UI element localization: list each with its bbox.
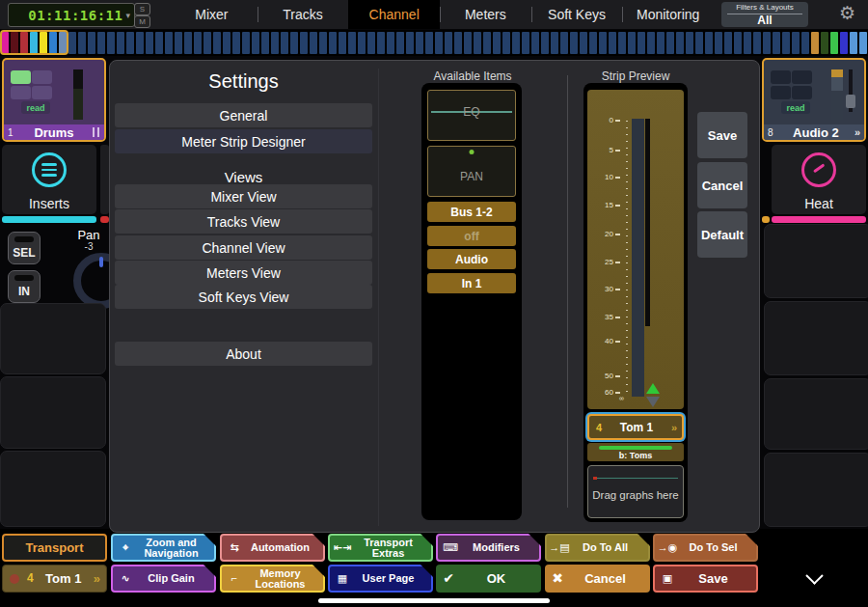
channel-mini-button[interactable] <box>792 86 812 99</box>
track-color-block[interactable] <box>695 32 703 54</box>
softkey-transport-extras[interactable]: ⇤⇥ Transport Extras <box>328 534 433 562</box>
softkey-automation[interactable]: ⇆ Automation <box>220 534 325 562</box>
softkey-clip-gain[interactable]: ∿ Clip Gain <box>111 565 216 593</box>
track-color-block[interactable] <box>213 32 221 54</box>
track-color-block[interactable] <box>589 32 597 54</box>
track-color-block[interactable] <box>59 32 67 54</box>
sel-button[interactable]: SEL <box>8 232 41 264</box>
channel-label-bar[interactable]: 1 Drums <box>4 124 104 140</box>
fader-slot-bar[interactable] <box>645 119 650 326</box>
track-color-block[interactable] <box>792 32 800 54</box>
track-color-block[interactable] <box>367 32 375 54</box>
track-color-block[interactable] <box>49 32 57 54</box>
track-color-block[interactable] <box>310 32 317 54</box>
softkey-zoom-navigation[interactable]: ⌖ Zoom and Navigation <box>111 534 216 562</box>
track-color-block[interactable] <box>406 32 414 54</box>
settings-item-meter-strip-designer[interactable]: Meter Strip Designer <box>115 129 372 153</box>
available-item-off[interactable]: off <box>427 226 516 246</box>
channel-mini-button[interactable] <box>11 86 31 99</box>
track-color-block[interactable] <box>705 32 713 54</box>
track-color-block[interactable] <box>319 32 327 54</box>
channel-card-audio2[interactable]: read 8 Audio 2 » <box>762 58 866 142</box>
softkey-memory-locations[interactable]: ⌐ Memory Locations <box>220 565 325 593</box>
settings-item-mixer-view[interactable]: Mixer View <box>115 184 372 208</box>
track-color-block[interactable] <box>801 32 809 54</box>
track-color-block[interactable] <box>261 32 269 54</box>
track-color-block[interactable] <box>474 32 481 54</box>
track-color-block[interactable] <box>232 32 240 54</box>
channel-mini-button[interactable] <box>32 86 52 99</box>
track-color-block[interactable] <box>541 32 549 54</box>
track-color-block[interactable] <box>483 32 491 54</box>
track-color-strip[interactable] <box>0 30 868 56</box>
track-color-block[interactable] <box>290 32 298 54</box>
track-color-block[interactable] <box>40 32 47 54</box>
tab-soft-keys[interactable]: Soft Keys <box>531 0 623 29</box>
track-color-block[interactable] <box>358 32 366 54</box>
track-color-block[interactable] <box>724 32 732 54</box>
softkey-track-tom1[interactable]: 4 Tom 1 » <box>2 565 107 593</box>
track-color-block[interactable] <box>551 32 558 54</box>
softkey-save[interactable]: ▣ Save <box>653 565 758 593</box>
track-color-block[interactable] <box>522 32 529 54</box>
nudge-down-icon[interactable] <box>646 397 660 407</box>
filters-layouts-button[interactable]: Filters & Layouts All <box>721 2 808 27</box>
softkey-transport[interactable]: Transport <box>2 534 107 562</box>
track-color-block[interactable] <box>387 32 394 54</box>
available-item-eq-graph[interactable]: EQ <box>427 90 516 141</box>
track-color-block[interactable] <box>637 32 645 54</box>
track-color-block[interactable] <box>618 32 626 54</box>
track-color-block[interactable] <box>628 32 636 54</box>
track-color-block[interactable] <box>560 32 568 54</box>
track-color-block[interactable] <box>435 32 443 54</box>
track-color-block[interactable] <box>165 32 173 54</box>
save-button[interactable]: Save <box>697 112 747 158</box>
track-color-block[interactable] <box>609 32 616 54</box>
channel-mini-button[interactable] <box>771 86 791 99</box>
timecode-display[interactable]: 01:11:16:11 ▾ <box>8 3 135 27</box>
track-color-block[interactable] <box>599 32 607 54</box>
automation-read-button[interactable]: read <box>21 101 50 114</box>
nudge-up-icon[interactable] <box>646 383 660 394</box>
track-color-block[interactable] <box>146 32 153 54</box>
track-color-block[interactable] <box>252 32 259 54</box>
track-color-block[interactable] <box>666 32 674 54</box>
solo-button[interactable]: S <box>134 3 150 15</box>
track-color-block[interactable] <box>1 32 9 54</box>
track-color-block[interactable] <box>329 32 337 54</box>
track-color-block[interactable] <box>753 32 761 54</box>
track-color-block[interactable] <box>657 32 665 54</box>
track-color-block[interactable] <box>194 32 202 54</box>
tab-mixer[interactable]: Mixer <box>166 0 258 29</box>
track-color-block[interactable] <box>20 32 28 54</box>
softkey-do-to-all[interactable]: →▤ Do To All <box>545 534 650 562</box>
channel-card-drums[interactable]: read 1 Drums <box>2 58 106 142</box>
default-button[interactable]: Default <box>697 211 747 258</box>
track-color-block[interactable] <box>570 32 578 54</box>
softkey-modifiers[interactable]: ⌨ Modifiers <box>436 534 541 562</box>
softkey-ok[interactable]: ✔ OK <box>436 565 541 593</box>
fader-cap[interactable] <box>846 95 855 108</box>
tab-tracks[interactable]: Tracks <box>258 0 349 29</box>
softkey-user-page[interactable]: ▦ User Page <box>328 565 433 593</box>
track-color-block[interactable] <box>68 32 76 54</box>
track-color-block[interactable] <box>117 32 124 54</box>
track-color-block[interactable] <box>88 32 95 54</box>
track-color-block[interactable] <box>715 32 722 54</box>
channel-mini-button-green[interactable] <box>11 70 31 84</box>
softkey-cancel[interactable]: ✖ Cancel <box>545 565 650 593</box>
track-color-block[interactable] <box>416 32 423 54</box>
track-color-block[interactable] <box>107 32 115 54</box>
home-indicator[interactable] <box>318 598 550 603</box>
settings-item-general[interactable]: General <box>115 103 372 127</box>
track-color-block[interactable] <box>30 32 38 54</box>
track-color-block[interactable] <box>425 32 433 54</box>
cancel-button[interactable]: Cancel <box>697 162 747 208</box>
channel-mini-button[interactable] <box>792 70 812 84</box>
available-item-in1[interactable]: In 1 <box>427 273 516 293</box>
track-color-block[interactable] <box>859 32 867 54</box>
settings-item-about[interactable]: About <box>115 342 372 366</box>
track-color-block[interactable] <box>445 32 452 54</box>
track-color-block[interactable] <box>647 32 655 54</box>
track-color-block[interactable] <box>175 32 182 54</box>
